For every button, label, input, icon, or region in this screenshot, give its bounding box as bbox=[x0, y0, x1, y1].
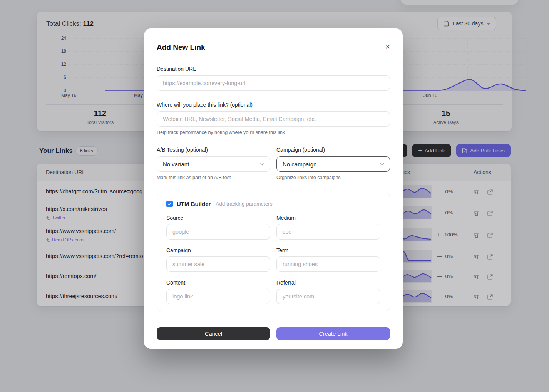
utm-referral-input[interactable] bbox=[276, 289, 380, 304]
utm-content-label: Content bbox=[166, 280, 270, 286]
utm-campaign-input[interactable] bbox=[166, 256, 270, 272]
check-icon bbox=[167, 202, 172, 206]
utm-term-label: Term bbox=[276, 247, 380, 253]
utm-source-label: Source bbox=[166, 215, 270, 221]
ab-testing-field: A/B Testing (optional) No variant Mark t… bbox=[157, 147, 270, 180]
campaign-select[interactable]: No campaign bbox=[276, 156, 390, 172]
placement-label: Where will you place this link? (optiona… bbox=[157, 102, 390, 108]
add-new-link-modal: Add New Link × Destination URL Where wil… bbox=[144, 28, 403, 349]
campaign-label: Campaign (optional) bbox=[276, 147, 390, 153]
close-icon[interactable]: × bbox=[385, 43, 390, 50]
ab-testing-helper: Mark this link as part of an A/B test bbox=[157, 175, 270, 180]
destination-url-label: Destination URL bbox=[157, 66, 390, 72]
utm-campaign-label: Campaign bbox=[166, 247, 270, 253]
placement-helper: Help track performance by noting where y… bbox=[157, 130, 390, 135]
utm-builder-checkbox[interactable] bbox=[166, 201, 173, 207]
utm-source-field: Source bbox=[166, 215, 270, 240]
utm-term-field: Term bbox=[276, 247, 380, 272]
utm-builder-subtitle: Add tracking parameters bbox=[216, 201, 272, 207]
utm-medium-label: Medium bbox=[276, 215, 380, 221]
ab-testing-select[interactable]: No variant bbox=[157, 156, 270, 172]
utm-source-input[interactable] bbox=[166, 224, 270, 240]
campaign-helper: Organize links into campaigns bbox=[276, 175, 390, 180]
utm-builder-section: UTM Builder Add tracking parameters Sour… bbox=[157, 193, 390, 311]
destination-url-input[interactable] bbox=[157, 75, 390, 91]
chevron-down-icon bbox=[260, 163, 264, 166]
utm-content-input[interactable] bbox=[166, 289, 270, 304]
placement-input[interactable] bbox=[157, 111, 390, 127]
ab-testing-label: A/B Testing (optional) bbox=[157, 147, 270, 153]
utm-term-input[interactable] bbox=[276, 256, 380, 272]
utm-content-field: Content bbox=[166, 280, 270, 304]
chevron-down-icon bbox=[380, 163, 384, 166]
modal-title: Add New Link bbox=[157, 43, 205, 52]
ab-testing-value: No variant bbox=[163, 161, 189, 168]
utm-referral-label: Referral bbox=[276, 280, 380, 286]
utm-campaign-field: Campaign bbox=[166, 247, 270, 272]
utm-referral-field: Referral bbox=[276, 280, 380, 304]
utm-builder-title: UTM Builder bbox=[177, 201, 211, 207]
utm-medium-input[interactable] bbox=[276, 224, 380, 240]
create-link-button[interactable]: Create Link bbox=[276, 327, 390, 340]
cancel-button[interactable]: Cancel bbox=[157, 327, 270, 340]
campaign-field: Campaign (optional) No campaign Organize… bbox=[276, 147, 390, 180]
utm-medium-field: Medium bbox=[276, 215, 380, 240]
campaign-value: No campaign bbox=[283, 161, 316, 168]
